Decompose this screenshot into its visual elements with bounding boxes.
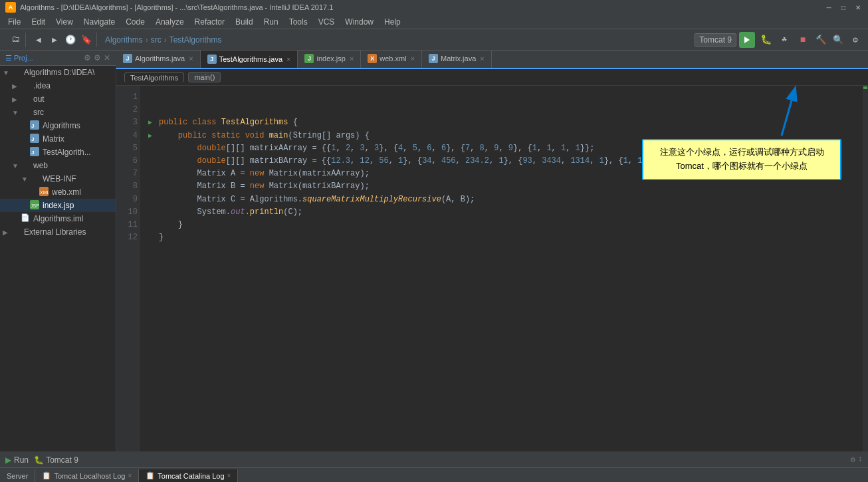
code-line-11: }: [148, 231, 855, 244]
menu-item-refactor[interactable]: Refactor: [189, 16, 230, 28]
tree-gear-button[interactable]: ⚙: [94, 53, 101, 62]
tab-label-matrix: Matrix.java: [441, 55, 476, 62]
tree-hide-button[interactable]: ✕: [104, 53, 110, 62]
menu-item-code[interactable]: Code: [120, 16, 150, 28]
panel-title: ▶ Run 🐛 Tomcat 9: [5, 455, 78, 465]
tab-close-test[interactable]: ×: [286, 55, 290, 63]
menu-item-tools[interactable]: Tools: [284, 16, 313, 28]
run-config-group: Tomcat 9 🐛 ☘ ■ 🔨 🔍 ⚙: [695, 32, 863, 48]
tab-catalina-label: Tomcat Catalina Log: [158, 472, 224, 480]
maximize-button[interactable]: □: [839, 3, 848, 12]
tree-item-web-inf[interactable]: ▼WEB-INF: [0, 172, 116, 185]
close-button[interactable]: ✕: [853, 3, 863, 12]
tree-item-testalgorith---[interactable]: JTestAlgorith...: [0, 146, 116, 159]
build-button[interactable]: 🔨: [814, 33, 828, 47]
tab-icon-matrix: J: [429, 54, 438, 63]
tree-icon-2: [20, 94, 31, 104]
code-line-7: Matrix C = Algorithms.squareMatrixMultip…: [148, 193, 855, 206]
tree-label-12: External Libraries: [24, 227, 86, 237]
toolbar-project-icon[interactable]: 🗂: [8, 33, 23, 47]
breadcrumb-src[interactable]: src: [151, 35, 162, 45]
panel-run-label: Run: [14, 455, 29, 465]
menu-item-edit[interactable]: Edit: [26, 16, 51, 28]
toolbar: 🗂 ◀ ▶ 🕐 🔖 Algorithms › src › TestAlgorit…: [0, 29, 868, 51]
menu-item-navigate[interactable]: Navigate: [78, 16, 120, 28]
toolbar-bookmark-button[interactable]: 🔖: [79, 33, 94, 47]
menu-item-vcs[interactable]: VCS: [313, 16, 340, 28]
line-number-6: 6: [119, 155, 138, 168]
code-text-1: public class TestAlgorithms {: [159, 116, 298, 129]
menu-item-file[interactable]: File: [3, 16, 26, 28]
tab-testalgorithms-java[interactable]: J TestAlgorithms.java ×: [201, 51, 298, 68]
minimize-button[interactable]: ─: [824, 3, 833, 12]
menu-item-view[interactable]: View: [51, 16, 78, 28]
bottom-panel-header: ▶ Run 🐛 Tomcat 9 ⚙ ↕: [0, 452, 868, 468]
tree-item--idea[interactable]: ▶.idea: [0, 79, 116, 92]
tree-item-src[interactable]: ▼src: [0, 106, 116, 119]
tree-label-0: Algorithms D:\IDEA\: [24, 68, 95, 77]
nav-class-btn[interactable]: TestAlgorithms: [124, 72, 184, 82]
menu-item-help[interactable]: Help: [379, 16, 406, 28]
tree-label-10: index.jsp: [43, 201, 74, 210]
tab-localhost-close[interactable]: ×: [128, 472, 132, 479]
line-number-2: 2: [119, 104, 138, 116]
tree-item-algorithms[interactable]: ▼Algorithms D:\IDEA\: [0, 66, 116, 79]
tree-item-matrix[interactable]: JMatrix: [0, 132, 116, 146]
tab-close-jsp[interactable]: ×: [350, 55, 354, 62]
menu-item-window[interactable]: Window: [340, 16, 379, 28]
menu-item-run[interactable]: Run: [259, 16, 284, 28]
toolbar-back-button[interactable]: ◀: [31, 33, 46, 47]
toolbar-recent-button[interactable]: 🕐: [63, 33, 78, 47]
title-text: Algorithms - [D:\IDEA\Algorithms] - [Alg…: [20, 3, 824, 11]
line-number-1: 1: [119, 91, 138, 104]
tab-algorithms-java[interactable]: J Algorithms.java ×: [116, 51, 201, 68]
breadcrumb-algorithms[interactable]: Algorithms: [105, 35, 143, 45]
tab-icon-jsp: J: [304, 54, 314, 63]
tab-close-xml[interactable]: ×: [411, 55, 415, 62]
bottom-panel: ▶ Run 🐛 Tomcat 9 ⚙ ↕ Server 📋 Tomcat Loc…: [0, 451, 868, 482]
tab-localhost-label: Tomcat Localhost Log: [54, 472, 125, 480]
tree-header-label: ☰ Proj...: [5, 54, 33, 62]
stop-button[interactable]: ■: [795, 32, 811, 48]
menu-item-analyze[interactable]: Analyze: [150, 16, 189, 28]
tab-icon-log2: 📋: [146, 471, 155, 480]
code-line-6: Matrix B = new Matrix(matrixBArray);: [148, 180, 855, 193]
tab-localhost-log[interactable]: 📋 Tomcat Localhost Log ×: [35, 469, 139, 482]
window-controls[interactable]: ─ □ ✕: [824, 3, 863, 12]
tree-icon-10: JSP: [29, 200, 40, 211]
tab-catalina-log[interactable]: 📋 Tomcat Catalina Log ×: [139, 469, 238, 482]
line-number-12: 12: [119, 231, 138, 244]
tab-close-matrix[interactable]: ×: [480, 55, 484, 62]
tab-matrix-java[interactable]: J Matrix.java ×: [422, 51, 492, 68]
run-button[interactable]: [739, 32, 755, 48]
run-icon: ▶: [5, 455, 11, 465]
tree-item-index-jsp[interactable]: JSPindex.jsp: [0, 199, 116, 212]
code-text-5: Matrix A = new Matrix(matrixAArray);: [159, 168, 370, 180]
tree-item-algorithms[interactable]: JAlgorithms: [0, 119, 116, 132]
tab-server[interactable]: Server: [0, 470, 35, 482]
coverage-button[interactable]: ☘: [776, 32, 792, 48]
tree-sync-button[interactable]: ⚙: [84, 53, 91, 62]
settings-button[interactable]: ⚙: [848, 33, 863, 47]
tree-item-external-libraries[interactable]: ▶External Libraries: [0, 225, 116, 239]
tree-item-out[interactable]: ▶out: [0, 92, 116, 106]
tab-close-algorithms[interactable]: ×: [189, 55, 193, 62]
panel-settings-icon[interactable]: ⚙: [851, 455, 855, 465]
bottom-panel-tabs: Server 📋 Tomcat Localhost Log × 📋 Tomcat…: [0, 468, 868, 482]
tree-item-algorithms-iml[interactable]: 📄Algorithms.iml: [0, 212, 116, 225]
tab-web-xml[interactable]: X web.xml ×: [361, 51, 422, 68]
panel-expand-icon[interactable]: ↕: [858, 455, 863, 465]
tree-item-web[interactable]: ▼web: [0, 159, 116, 172]
line-number-4: 4: [119, 130, 138, 142]
tree-item-web-xml[interactable]: XMLweb.xml: [0, 185, 116, 199]
toolbar-forward-button[interactable]: ▶: [47, 33, 62, 47]
breadcrumb-file[interactable]: TestAlgorithms: [169, 35, 222, 45]
menu-item-build[interactable]: Build: [230, 16, 259, 28]
debug-button[interactable]: 🐛: [758, 32, 774, 48]
run-config-selector[interactable]: Tomcat 9: [695, 33, 736, 47]
nav-method-btn[interactable]: main(): [188, 72, 221, 82]
run-indicator-1: ▶: [148, 116, 159, 129]
search-button[interactable]: 🔍: [831, 33, 845, 47]
tab-catalina-close[interactable]: ×: [227, 472, 231, 479]
tab-index-jsp[interactable]: J index.jsp ×: [298, 51, 361, 68]
